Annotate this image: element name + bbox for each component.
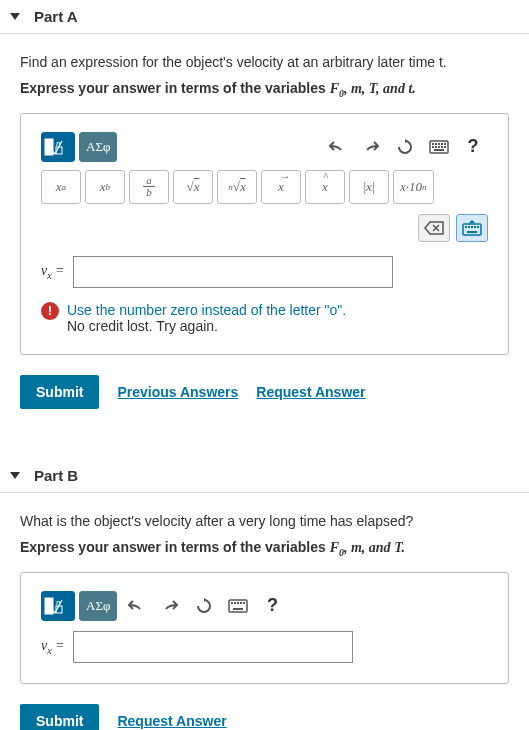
svg-rect-20 xyxy=(477,226,479,228)
triangle-down-icon xyxy=(10,472,20,479)
redo-icon[interactable] xyxy=(155,592,185,620)
svg-rect-22 xyxy=(45,598,53,614)
svg-rect-14 xyxy=(434,149,444,151)
answer-lhs: vx = xyxy=(41,263,65,281)
question-text: What is the object's velocity after a ve… xyxy=(20,513,509,529)
svg-rect-16 xyxy=(465,226,467,228)
hint-prefix: Express your answer in terms of the vari… xyxy=(20,80,330,96)
svg-rect-28 xyxy=(237,602,239,604)
svg-rect-12 xyxy=(441,146,443,148)
answer-input[interactable] xyxy=(73,631,353,663)
svg-rect-31 xyxy=(233,608,243,610)
sci-button[interactable]: x·10n xyxy=(393,170,434,204)
svg-rect-5 xyxy=(435,143,437,145)
request-answer-link[interactable]: Request Answer xyxy=(117,713,226,729)
nroot-button[interactable]: n√x xyxy=(217,170,257,204)
abs-button[interactable]: |x| xyxy=(349,170,389,204)
svg-rect-6 xyxy=(438,143,440,145)
subscript-button[interactable]: xb xyxy=(85,170,125,204)
part-a: Part A Find an expression for the object… xyxy=(0,0,529,429)
error-line-2: No credit lost. Try again. xyxy=(67,318,346,334)
part-b-header[interactable]: Part B xyxy=(0,459,529,493)
part-b-title: Part B xyxy=(34,467,78,484)
hat-button[interactable]: x^ xyxy=(305,170,345,204)
svg-rect-15 xyxy=(463,224,481,235)
svg-rect-9 xyxy=(432,146,434,148)
template-button[interactable]: n xyxy=(41,132,75,162)
svg-rect-17 xyxy=(468,226,470,228)
greek-button[interactable]: ΑΣφ xyxy=(79,591,117,621)
sqrt-button[interactable]: √x xyxy=(173,170,213,204)
svg-rect-27 xyxy=(234,602,236,604)
greek-button[interactable]: ΑΣφ xyxy=(79,132,117,162)
help-icon[interactable]: ? xyxy=(458,133,488,161)
svg-rect-18 xyxy=(471,226,473,228)
hint-prefix: Express your answer in terms of the vari… xyxy=(20,539,330,555)
math-toolbar: xa xb ab √x n√x x→ x^ |x| x·10n xyxy=(41,170,488,204)
submit-button[interactable]: Submit xyxy=(20,704,99,730)
part-a-title: Part A xyxy=(34,8,78,25)
triangle-down-icon xyxy=(10,13,20,20)
svg-rect-7 xyxy=(441,143,443,145)
answer-line: vx = xyxy=(41,631,488,663)
submit-row: Submit Request Answer xyxy=(20,704,509,730)
part-b: Part B What is the object's velocity aft… xyxy=(0,459,529,730)
reset-icon[interactable] xyxy=(189,592,219,620)
toolbar-main: n ΑΣφ ? xyxy=(41,591,488,621)
template-button[interactable]: n xyxy=(41,591,75,621)
undo-icon[interactable] xyxy=(322,133,352,161)
error-text: Use the number zero instead of the lette… xyxy=(67,302,346,334)
reset-icon[interactable] xyxy=(390,133,420,161)
svg-rect-8 xyxy=(444,143,446,145)
answer-area: n ΑΣφ ? vx = xyxy=(20,572,509,684)
vector-button[interactable]: x→ xyxy=(261,170,301,204)
superscript-button[interactable]: xa xyxy=(41,170,81,204)
question-hint: Express your answer in terms of the vari… xyxy=(20,539,509,558)
svg-rect-11 xyxy=(438,146,440,148)
svg-rect-10 xyxy=(435,146,437,148)
help-icon[interactable]: ? xyxy=(257,592,287,620)
svg-rect-4 xyxy=(432,143,434,145)
part-a-body: Find an expression for the object's velo… xyxy=(0,34,529,429)
answer-lhs: vx = xyxy=(41,638,65,656)
svg-rect-30 xyxy=(243,602,245,604)
request-answer-link[interactable]: Request Answer xyxy=(256,384,365,400)
fraction-button[interactable]: ab xyxy=(129,170,169,204)
previous-answers-link[interactable]: Previous Answers xyxy=(117,384,238,400)
keyboard-icon[interactable] xyxy=(424,133,454,161)
answer-line: vx = xyxy=(41,256,488,288)
keyboard-toggle-icon[interactable] xyxy=(456,214,488,242)
question-text: Find an expression for the object's velo… xyxy=(20,54,509,70)
answer-area: n ΑΣφ ? xa xb xyxy=(20,113,509,355)
util-row xyxy=(41,214,488,242)
backspace-icon[interactable] xyxy=(418,214,450,242)
question-hint: Express your answer in terms of the vari… xyxy=(20,80,509,99)
svg-rect-19 xyxy=(474,226,476,228)
submit-button[interactable]: Submit xyxy=(20,375,99,409)
keyboard-icon[interactable] xyxy=(223,592,253,620)
answer-input[interactable] xyxy=(73,256,393,288)
submit-row: Submit Previous Answers Request Answer xyxy=(20,375,509,409)
redo-icon[interactable] xyxy=(356,133,386,161)
error-icon: ! xyxy=(41,302,59,320)
error-line-1: Use the number zero instead of the lette… xyxy=(67,302,346,318)
part-a-header[interactable]: Part A xyxy=(0,0,529,34)
hint-vars: F0, m, T, and t. xyxy=(330,81,416,96)
svg-rect-29 xyxy=(240,602,242,604)
svg-rect-21 xyxy=(467,231,477,233)
svg-rect-26 xyxy=(231,602,233,604)
svg-rect-0 xyxy=(45,139,53,155)
part-b-body: What is the object's velocity after a ve… xyxy=(0,493,529,730)
error-message: ! Use the number zero instead of the let… xyxy=(41,302,488,334)
toolbar-main: n ΑΣφ ? xyxy=(41,132,488,162)
svg-rect-25 xyxy=(229,600,247,612)
undo-icon[interactable] xyxy=(121,592,151,620)
hint-vars: F0, m, and T. xyxy=(330,540,405,555)
question-text-content: Find an expression for the object's velo… xyxy=(20,54,447,70)
svg-rect-13 xyxy=(444,146,446,148)
